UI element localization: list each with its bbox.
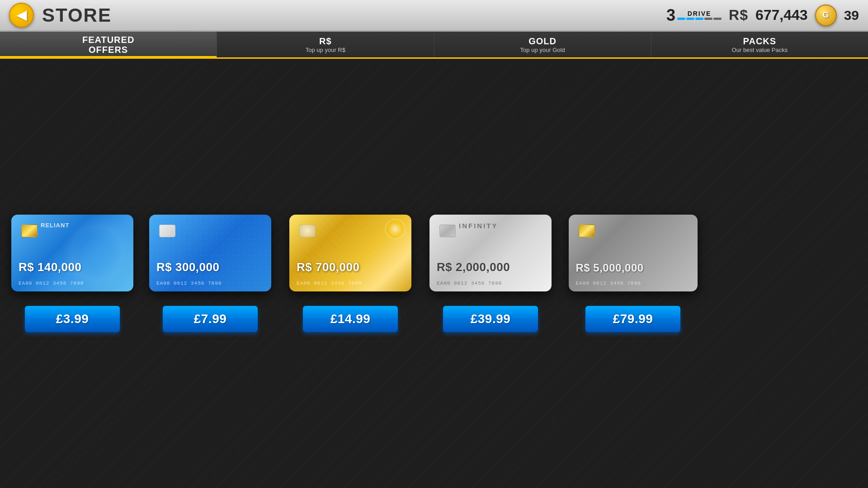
card-chip-5m [579, 225, 595, 237]
tab-gold[interactable]: GOLD Top up your Gold [434, 32, 651, 57]
gold-coin-icon: G [815, 5, 837, 26]
card-slot-300k: R$ 300,000 EA00 0012 3456 7890 £7.99 [145, 215, 276, 332]
rs-balance: 677,443 [755, 7, 808, 23]
credit-card-2m[interactable]: INFINITY R$ 2,000,000 EA00 0012 3456 789… [429, 215, 552, 291]
chip-rect-2m [439, 225, 456, 237]
card-amount-700k: R$ 700,000 [297, 260, 404, 274]
credit-card-140k[interactable]: RELIANT R$ 140,000 EA00 0012 3456 7890 [11, 215, 133, 291]
price-label-700k: £14.99 [330, 312, 371, 326]
page-title: STORE [42, 5, 112, 26]
buy-button-5m[interactable]: £79.99 [585, 306, 680, 332]
tab-gold-sublabel: Top up your Gold [520, 47, 565, 53]
card-brand-140k: RELIANT [41, 222, 69, 229]
price-label-140k: £3.99 [56, 312, 89, 326]
card-chip-2m [439, 225, 456, 237]
drive-number: 3 [666, 6, 675, 25]
tab-gold-label: GOLD [528, 36, 557, 46]
tab-rs[interactable]: R$ Top up your R$ [217, 32, 434, 57]
price-label-300k: £7.99 [194, 312, 227, 326]
card-number-300k: EA00 0012 3456 7890 [156, 281, 222, 286]
tab-rs-label: R$ [319, 36, 332, 46]
drive-bar-seg-4 [704, 18, 712, 20]
tab-packs[interactable]: PACKS Our best value Packs [651, 32, 868, 57]
drive-bar-seg-1 [677, 18, 685, 20]
card-number-5m: EA00 0012 3456 7890 [576, 281, 641, 286]
card-map-bg [61, 215, 133, 291]
drive-text-block: DRIVE [677, 10, 722, 20]
tab-rs-sublabel: Top up your R$ [306, 47, 345, 53]
card-number-140k: EA00 0012 3456 7890 [19, 281, 84, 286]
credit-card-300k[interactable]: R$ 300,000 EA00 0012 3456 7890 [149, 215, 271, 291]
chip-rect-5m [579, 225, 595, 237]
cards-row: RELIANT R$ 140,000 EA00 0012 3456 7890 £… [0, 77, 868, 470]
card-brand-2m: INFINITY [459, 222, 498, 230]
card-chip-700k [299, 225, 316, 237]
chip-rect-700k [299, 225, 316, 237]
price-label-5m: £79.99 [613, 312, 653, 326]
active-tab-indicator [0, 56, 217, 57]
header: ◀ STORE 3 DRIVE R$ 677,443 G 39 [0, 0, 868, 32]
drive-bar-seg-5 [713, 18, 722, 20]
tab-packs-label: PACKS [743, 36, 777, 46]
drive-badge: 3 DRIVE [666, 6, 722, 25]
drive-bar-seg-3 [695, 18, 703, 20]
rs-currency-label: R$ [729, 7, 748, 23]
nav-tabs: FEATURED OFFERS R$ Top up your R$ GOLD T… [0, 32, 868, 59]
card-amount-2m: R$ 2,000,000 [437, 260, 544, 274]
card-slot-5m: R$ 5,000,000 EA00 0012 3456 7890 £79.99 [565, 215, 701, 332]
card-slot-140k: RELIANT R$ 140,000 EA00 0012 3456 7890 £… [9, 215, 136, 332]
tab-featured-label-line1: FEATURED [82, 35, 134, 45]
card-amount-5m: R$ 5,000,000 [576, 262, 690, 274]
main-content: RELIANT R$ 140,000 EA00 0012 3456 7890 £… [0, 59, 868, 488]
buy-button-2m[interactable]: £39.99 [443, 306, 538, 332]
credit-card-700k[interactable]: R$ 700,000 EA00 0012 3456 7890 [289, 215, 411, 291]
chip-rect [21, 225, 38, 237]
card-chip-140k [21, 225, 38, 237]
card-slot-700k: R$ 700,000 EA00 0012 3456 7890 £14.99 [285, 215, 416, 332]
gold-coin-symbol: G [823, 10, 829, 20]
card-number-700k: EA00 0012 3456 7890 [297, 281, 362, 286]
back-button[interactable]: ◀ [9, 3, 34, 28]
drive-bar [677, 18, 722, 20]
card-slot-2m: INFINITY R$ 2,000,000 EA00 0012 3456 789… [425, 215, 556, 332]
buy-button-700k[interactable]: £14.99 [303, 306, 398, 332]
card-amount-140k: R$ 140,000 [19, 260, 126, 274]
credit-card-5m[interactable]: R$ 5,000,000 EA00 0012 3456 7890 [569, 215, 698, 291]
tab-packs-sublabel: Our best value Packs [732, 47, 788, 53]
buy-button-300k[interactable]: £7.99 [163, 306, 258, 332]
card-number-2m: EA00 0012 3456 7890 [437, 281, 502, 286]
back-icon: ◀ [17, 9, 27, 22]
card-amount-300k: R$ 300,000 [156, 260, 264, 274]
tab-featured-label-line2: OFFERS [89, 45, 128, 55]
gold-balance: 39 [844, 8, 859, 23]
drive-bar-seg-2 [686, 18, 694, 20]
card-hologram [385, 219, 405, 239]
drive-text: DRIVE [688, 10, 712, 17]
header-currency-area: 3 DRIVE R$ 677,443 G 39 [666, 5, 859, 26]
card-chip-300k [159, 225, 175, 237]
tab-featured[interactable]: FEATURED OFFERS [0, 32, 217, 57]
buy-button-140k[interactable]: £3.99 [25, 306, 120, 332]
chip-rect-300k [159, 225, 175, 237]
price-label-2m: £39.99 [471, 312, 511, 326]
